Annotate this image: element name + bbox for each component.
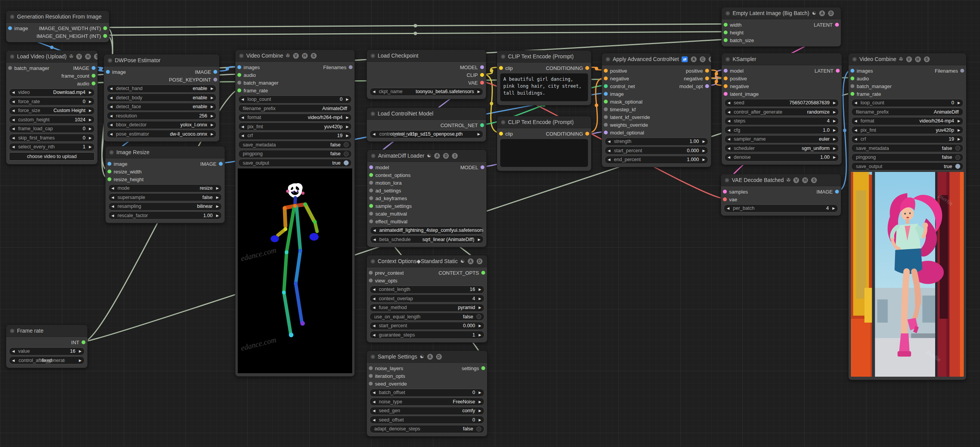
decrement-arrow-icon[interactable]: ◀ (110, 87, 114, 90)
node-animatediff[interactable]: AnimateDiff Loader☯AD1modelMODELcontext_… (367, 150, 487, 247)
decrement-arrow-icon[interactable]: ◀ (12, 349, 17, 353)
decrement-arrow-icon[interactable]: ◀ (110, 123, 114, 127)
input-slot-clip[interactable] (499, 132, 503, 136)
input-slot-image[interactable] (107, 162, 111, 166)
input-slot-positive[interactable] (604, 69, 608, 73)
input-slot-vae[interactable] (723, 197, 727, 201)
output-slot-IMAGE_GEN_HEIGHT (INT)[interactable] (103, 34, 107, 38)
decrement-arrow-icon[interactable]: ◀ (373, 287, 377, 291)
output-slot-IMAGE[interactable] (219, 162, 223, 166)
collapse-dot[interactable] (10, 54, 14, 59)
widget-mode[interactable]: ◀moderesize▶ (108, 184, 222, 192)
collapse-dot[interactable] (10, 329, 14, 333)
decrement-arrow-icon[interactable]: ◀ (373, 297, 377, 301)
widget-button-choose-video-to-upload[interactable]: choose video to upload (9, 152, 95, 161)
increment-arrow-icon[interactable]: ▶ (87, 127, 92, 131)
widget-seed_offset[interactable]: ◀seed_offset0▶ (370, 416, 484, 424)
increment-arrow-icon[interactable]: ▶ (77, 349, 82, 353)
increment-arrow-icon[interactable]: ▶ (956, 137, 960, 141)
link-dot[interactable] (715, 72, 718, 76)
widget-video[interactable]: ◀videoDownload.mp4▶ (9, 88, 95, 97)
input-slot-effect_multival[interactable] (369, 219, 373, 223)
widget-bbox_detector[interactable]: ◀bbox_detectoryolox_l.onnx▶ (107, 121, 216, 129)
increment-arrow-icon[interactable]: ▶ (214, 195, 219, 199)
input-slot-seed_override[interactable] (369, 382, 373, 386)
input-slot-batch_manager[interactable] (850, 84, 854, 88)
widget-denoise[interactable]: ◀denoise1.00▶ (724, 153, 839, 161)
widget-supersample[interactable]: ◀supersamplefalse▶ (108, 193, 222, 201)
widget-detect_hand[interactable]: ◀detect_handenable▶ (107, 85, 216, 93)
toggle-knob[interactable] (344, 151, 349, 156)
output-slot-MODEL[interactable] (480, 65, 484, 69)
link-dot[interactable] (490, 102, 493, 105)
input-slot-prev_context[interactable] (369, 271, 373, 275)
widget-pose_estimator[interactable]: ◀pose_estimatordw-ll_ucoco.onnx▶ (107, 130, 216, 138)
widget-custom_height[interactable]: ◀custom_height1024▶ (9, 116, 95, 124)
collapse-dot[interactable] (109, 150, 114, 155)
widget-sampler_name[interactable]: ◀sampler_nameeuler▶ (724, 135, 839, 143)
collapse-dot[interactable] (725, 178, 729, 182)
node-title-bar[interactable]: Context Options◆Standard Static☯AD (367, 255, 487, 267)
widget-pingpong[interactable]: pingpongfalse (238, 150, 352, 158)
widget-seed_gen[interactable]: ◀seed_gencomfy▶ (370, 407, 484, 415)
node-title-bar[interactable]: Generation Resolution From Image (6, 11, 109, 23)
input-slot-height[interactable] (724, 31, 728, 34)
decrement-arrow-icon[interactable]: ◀ (12, 145, 17, 149)
input-slot-model_optional[interactable] (604, 131, 608, 134)
input-slot-audio[interactable] (237, 73, 241, 77)
input-slot-timestep_kf[interactable] (604, 107, 608, 111)
widget-control_after_generate[interactable]: ◀control_after_generatefixed▶ (9, 356, 85, 364)
decrement-arrow-icon[interactable]: ◀ (854, 101, 859, 105)
decrement-arrow-icon[interactable]: ◀ (854, 137, 859, 141)
increment-arrow-icon[interactable]: ▶ (830, 206, 835, 210)
widget-crf[interactable]: ◀crf19▶ (851, 135, 963, 143)
output-slot-Filenames[interactable] (960, 69, 964, 73)
widget-start_percent[interactable]: ◀start_percent0.000▶ (370, 322, 484, 330)
widget-noise_type[interactable]: ◀noise_typeFreeNoise▶ (370, 398, 484, 406)
output-slot-model_opt[interactable] (705, 84, 709, 88)
decrement-arrow-icon[interactable]: ◀ (373, 333, 377, 337)
output-slot-Filenames[interactable] (349, 65, 353, 69)
widget-detect_body[interactable]: ◀detect_bodyenable▶ (107, 93, 216, 102)
decrement-arrow-icon[interactable]: ◀ (373, 324, 377, 328)
decrement-arrow-icon[interactable]: ◀ (111, 204, 116, 208)
link-dot[interactable] (490, 69, 493, 73)
node-title-bar[interactable]: Load Checkpoint (367, 50, 486, 62)
wire[interactable] (106, 24, 725, 27)
collapse-dot[interactable] (371, 259, 375, 263)
decrement-arrow-icon[interactable]: ◀ (854, 128, 859, 132)
widget-context_length[interactable]: ◀context_length16▶ (370, 286, 484, 294)
link-dot[interactable] (843, 129, 847, 132)
widget-force_size[interactable]: ◀force_sizeCustom Height▶ (9, 107, 95, 115)
input-slot-ad_settings[interactable] (369, 189, 373, 192)
decrement-arrow-icon[interactable]: ◀ (373, 132, 377, 136)
widget-control_after_generate[interactable]: ◀control_after_generaterandomize▶ (724, 108, 839, 116)
decrement-arrow-icon[interactable]: ◀ (608, 149, 612, 153)
decrement-arrow-icon[interactable]: ◀ (110, 132, 114, 136)
input-slot-image[interactable] (8, 26, 12, 30)
collapse-dot[interactable] (371, 154, 375, 158)
node-apply-acn[interactable]: Apply Advanced ControlNet⇄ACNpositivepos… (602, 53, 711, 167)
node-gen-res[interactable]: Generation Resolution From ImageimageIMA… (6, 10, 109, 42)
widget-filename_prefix[interactable]: filename_prefixAnimateDiff (851, 108, 963, 116)
widget-select_every_nth[interactable]: ◀select_every_nth1▶ (9, 143, 95, 151)
input-slot-noise_layers[interactable] (369, 366, 373, 370)
output-slot-IMAGE_GEN_WIDTH (INT)[interactable] (103, 26, 107, 30)
widget-batch_offset[interactable]: ◀batch_offset0▶ (370, 389, 484, 397)
decrement-arrow-icon[interactable]: ◀ (241, 134, 246, 138)
increment-arrow-icon[interactable]: ▶ (344, 134, 349, 138)
widget-value[interactable]: ◀animatediff_lightning_4step_comfyui.saf… (370, 226, 484, 235)
output-slot-CONTROL_NET[interactable] (480, 123, 484, 127)
collapse-dot[interactable] (726, 11, 730, 15)
input-slot-ad_keyframes[interactable] (369, 196, 373, 200)
input-slot-sample_settings[interactable] (369, 204, 373, 208)
widget-guarantee_steps[interactable]: ◀guarantee_steps1▶ (370, 331, 484, 339)
widget-seed[interactable]: ◀seed756507205887639▶ (724, 99, 839, 107)
node-title-bar[interactable]: Sample Settings☯AD (367, 351, 487, 363)
node-frame-rate[interactable]: Frame rateINT◀value16▶◀control_after_gen… (6, 325, 88, 368)
input-slot-images[interactable] (850, 69, 854, 73)
widget-adapt_denoise_steps[interactable]: adapt_denoise_stepsfalse (370, 425, 484, 433)
increment-arrow-icon[interactable]: ▶ (831, 128, 836, 132)
widget-loop_count[interactable]: ◀loop_count0▶ (851, 99, 963, 107)
collapse-dot[interactable] (606, 57, 610, 61)
